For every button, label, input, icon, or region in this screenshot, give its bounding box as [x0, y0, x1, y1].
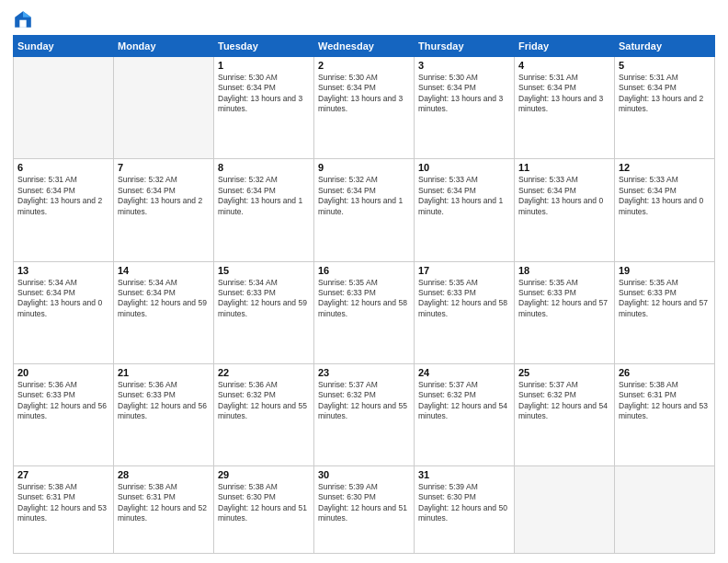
calendar-cell [515, 466, 615, 554]
day-number: 10 [418, 162, 510, 173]
week-row-3: 13Sunrise: 5:34 AMSunset: 6:34 PMDayligh… [14, 261, 715, 363]
calendar-table: SundayMondayTuesdayWednesdayThursdayFrid… [13, 35, 715, 554]
day-number: 5 [619, 60, 711, 71]
week-row-1: 1Sunrise: 5:30 AMSunset: 6:34 PMDaylight… [14, 57, 715, 159]
day-number: 28 [118, 469, 210, 480]
calendar-cell: 21Sunrise: 5:36 AMSunset: 6:33 PMDayligh… [114, 363, 214, 465]
day-number: 8 [218, 162, 310, 173]
day-number: 2 [318, 60, 410, 71]
day-number: 13 [17, 265, 109, 276]
calendar-cell: 22Sunrise: 5:36 AMSunset: 6:32 PMDayligh… [214, 363, 314, 465]
calendar-cell [14, 57, 114, 159]
day-number: 25 [518, 367, 610, 378]
calendar-cell: 15Sunrise: 5:34 AMSunset: 6:33 PMDayligh… [214, 261, 314, 363]
calendar-cell: 26Sunrise: 5:38 AMSunset: 6:31 PMDayligh… [615, 363, 715, 465]
calendar-cell: 31Sunrise: 5:39 AMSunset: 6:30 PMDayligh… [415, 466, 515, 554]
cell-details: Sunrise: 5:33 AMSunset: 6:34 PMDaylight:… [518, 175, 610, 217]
cell-details: Sunrise: 5:35 AMSunset: 6:33 PMDaylight:… [418, 278, 510, 320]
cell-details: Sunrise: 5:31 AMSunset: 6:34 PMDaylight:… [518, 73, 610, 115]
day-number: 16 [318, 265, 410, 276]
header [13, 9, 715, 29]
calendar-cell [114, 57, 214, 159]
week-row-5: 27Sunrise: 5:38 AMSunset: 6:31 PMDayligh… [14, 466, 715, 554]
cell-details: Sunrise: 5:35 AMSunset: 6:33 PMDaylight:… [619, 278, 711, 320]
day-number: 29 [218, 469, 310, 480]
weekday-header-row: SundayMondayTuesdayWednesdayThursdayFrid… [14, 36, 715, 57]
calendar-cell: 9Sunrise: 5:32 AMSunset: 6:34 PMDaylight… [314, 159, 415, 261]
cell-details: Sunrise: 5:39 AMSunset: 6:30 PMDaylight:… [318, 482, 410, 524]
day-number: 27 [17, 469, 109, 480]
calendar-cell: 25Sunrise: 5:37 AMSunset: 6:32 PMDayligh… [515, 363, 615, 465]
day-number: 30 [318, 469, 410, 480]
calendar-cell: 1Sunrise: 5:30 AMSunset: 6:34 PMDaylight… [214, 57, 314, 159]
calendar-cell: 5Sunrise: 5:31 AMSunset: 6:34 PMDaylight… [615, 57, 715, 159]
day-number: 1 [218, 60, 310, 71]
logo [13, 9, 37, 29]
cell-details: Sunrise: 5:38 AMSunset: 6:31 PMDaylight:… [17, 482, 109, 524]
weekday-header-tuesday: Tuesday [214, 36, 314, 57]
svg-marker-1 [23, 11, 31, 17]
calendar-cell: 28Sunrise: 5:38 AMSunset: 6:31 PMDayligh… [114, 466, 214, 554]
weekday-header-friday: Friday [515, 36, 615, 57]
day-number: 21 [118, 367, 210, 378]
weekday-header-wednesday: Wednesday [314, 36, 415, 57]
logo-icon [13, 9, 33, 29]
day-number: 12 [619, 162, 711, 173]
calendar-cell: 30Sunrise: 5:39 AMSunset: 6:30 PMDayligh… [314, 466, 415, 554]
calendar-cell: 6Sunrise: 5:31 AMSunset: 6:34 PMDaylight… [14, 159, 114, 261]
day-number: 4 [518, 60, 610, 71]
weekday-header-thursday: Thursday [415, 36, 515, 57]
day-number: 14 [118, 265, 210, 276]
day-number: 26 [619, 367, 711, 378]
cell-details: Sunrise: 5:32 AMSunset: 6:34 PMDaylight:… [218, 175, 310, 217]
day-number: 6 [17, 162, 109, 173]
calendar-cell: 8Sunrise: 5:32 AMSunset: 6:34 PMDaylight… [214, 159, 314, 261]
day-number: 20 [17, 367, 109, 378]
cell-details: Sunrise: 5:39 AMSunset: 6:30 PMDaylight:… [418, 482, 510, 524]
cell-details: Sunrise: 5:31 AMSunset: 6:34 PMDaylight:… [17, 175, 109, 217]
calendar-cell: 19Sunrise: 5:35 AMSunset: 6:33 PMDayligh… [615, 261, 715, 363]
cell-details: Sunrise: 5:37 AMSunset: 6:32 PMDaylight:… [418, 380, 510, 422]
calendar-cell: 10Sunrise: 5:33 AMSunset: 6:34 PMDayligh… [415, 159, 515, 261]
day-number: 22 [218, 367, 310, 378]
day-number: 17 [418, 265, 510, 276]
cell-details: Sunrise: 5:30 AMSunset: 6:34 PMDaylight:… [318, 73, 410, 115]
calendar-cell: 29Sunrise: 5:38 AMSunset: 6:30 PMDayligh… [214, 466, 314, 554]
cell-details: Sunrise: 5:33 AMSunset: 6:34 PMDaylight:… [619, 175, 711, 217]
cell-details: Sunrise: 5:31 AMSunset: 6:34 PMDaylight:… [619, 73, 711, 115]
day-number: 31 [418, 469, 510, 480]
calendar-cell: 18Sunrise: 5:35 AMSunset: 6:33 PMDayligh… [515, 261, 615, 363]
day-number: 11 [518, 162, 610, 173]
weekday-header-saturday: Saturday [615, 36, 715, 57]
calendar-cell: 7Sunrise: 5:32 AMSunset: 6:34 PMDaylight… [114, 159, 214, 261]
cell-details: Sunrise: 5:38 AMSunset: 6:31 PMDaylight:… [619, 380, 711, 422]
calendar-cell: 17Sunrise: 5:35 AMSunset: 6:33 PMDayligh… [415, 261, 515, 363]
cell-details: Sunrise: 5:35 AMSunset: 6:33 PMDaylight:… [518, 278, 610, 320]
day-number: 19 [619, 265, 711, 276]
cell-details: Sunrise: 5:33 AMSunset: 6:34 PMDaylight:… [418, 175, 510, 217]
calendar-cell: 2Sunrise: 5:30 AMSunset: 6:34 PMDaylight… [314, 57, 415, 159]
cell-details: Sunrise: 5:35 AMSunset: 6:33 PMDaylight:… [318, 278, 410, 320]
day-number: 3 [418, 60, 510, 71]
cell-details: Sunrise: 5:34 AMSunset: 6:33 PMDaylight:… [218, 278, 310, 320]
week-row-4: 20Sunrise: 5:36 AMSunset: 6:33 PMDayligh… [14, 363, 715, 465]
day-number: 23 [318, 367, 410, 378]
calendar-cell: 4Sunrise: 5:31 AMSunset: 6:34 PMDaylight… [515, 57, 615, 159]
cell-details: Sunrise: 5:36 AMSunset: 6:33 PMDaylight:… [118, 380, 210, 422]
calendar-cell: 16Sunrise: 5:35 AMSunset: 6:33 PMDayligh… [314, 261, 415, 363]
cell-details: Sunrise: 5:36 AMSunset: 6:33 PMDaylight:… [17, 380, 109, 422]
day-number: 9 [318, 162, 410, 173]
day-number: 15 [218, 265, 310, 276]
cell-details: Sunrise: 5:34 AMSunset: 6:34 PMDaylight:… [118, 278, 210, 320]
weekday-header-sunday: Sunday [14, 36, 114, 57]
calendar-cell: 13Sunrise: 5:34 AMSunset: 6:34 PMDayligh… [14, 261, 114, 363]
cell-details: Sunrise: 5:36 AMSunset: 6:32 PMDaylight:… [218, 380, 310, 422]
calendar-cell: 11Sunrise: 5:33 AMSunset: 6:34 PMDayligh… [515, 159, 615, 261]
calendar-cell: 27Sunrise: 5:38 AMSunset: 6:31 PMDayligh… [14, 466, 114, 554]
calendar-cell: 24Sunrise: 5:37 AMSunset: 6:32 PMDayligh… [415, 363, 515, 465]
cell-details: Sunrise: 5:30 AMSunset: 6:34 PMDaylight:… [418, 73, 510, 115]
calendar-cell: 14Sunrise: 5:34 AMSunset: 6:34 PMDayligh… [114, 261, 214, 363]
svg-rect-2 [19, 20, 26, 28]
calendar-cell [615, 466, 715, 554]
calendar-cell: 3Sunrise: 5:30 AMSunset: 6:34 PMDaylight… [415, 57, 515, 159]
